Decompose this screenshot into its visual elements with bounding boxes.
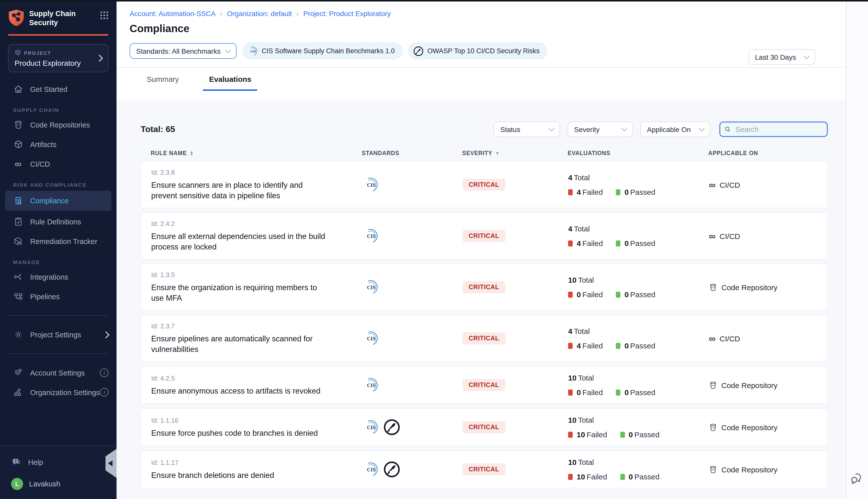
collapse-arrow-icon — [108, 460, 112, 466]
sidebar-item-rule-definitions[interactable]: Rule Definitions — [0, 212, 117, 231]
project-label: PROJECT — [24, 50, 51, 56]
breadcrumb-project[interactable]: Project: Product Exploratory — [303, 10, 391, 17]
table-row[interactable]: Id: 2.3.8 Ensure scanners are in place t… — [141, 161, 828, 208]
cis-icon: CIS — [247, 46, 258, 57]
cis-icon: CIS — [362, 228, 379, 244]
failed-indicator — [568, 189, 572, 195]
failed-indicator — [568, 240, 572, 246]
sidebar-item-artifacts[interactable]: Artifacts — [0, 135, 117, 154]
rule-name: Ensure the organization is requiring mem… — [151, 282, 328, 303]
severity-badge: CRITICAL — [463, 281, 505, 293]
chevron-down-icon — [699, 126, 705, 132]
sidebar-item-get-started[interactable]: Get Started — [0, 79, 117, 99]
severity-badge: CRITICAL — [463, 179, 505, 191]
table-row[interactable]: Id: 2.3.7 Ensure pipelines are automatic… — [141, 315, 828, 362]
standard-chip-owasp[interactable]: OWASP Top 10 CI/CD Security Risks — [408, 43, 547, 59]
clipboard-check-icon — [13, 217, 23, 227]
rule-id: Id: 1.1.16 — [151, 416, 362, 424]
app-window: Supply Chain Security — [0, 0, 868, 499]
sidebar-item-compliance[interactable]: Compliance — [5, 191, 111, 211]
compliance-doc-icon — [13, 196, 23, 206]
column-rule-name[interactable]: RULE NAME ▲▼ — [151, 150, 362, 156]
sidebar-item-label: Remediation Tracker — [30, 237, 108, 245]
passed-indicator — [616, 343, 620, 349]
cis-icon: CIS — [362, 330, 379, 347]
right-gutter — [846, 1, 868, 499]
severity-badge: CRITICAL — [463, 230, 505, 242]
svg-text:CIS: CIS — [367, 382, 375, 388]
window-top-edge — [0, 0, 868, 1]
user-menu[interactable]: L Lavakush — [0, 474, 117, 494]
failed-indicator — [568, 291, 572, 297]
svg-text:CIS: CIS — [367, 467, 375, 472]
standards-dropdown[interactable]: Standards: All Benchmarks — [130, 43, 237, 59]
passed-indicator — [616, 291, 620, 297]
standard-chip-cis[interactable]: CIS CIS Software Supply Chain Benchmarks… — [243, 43, 402, 59]
svg-text:CIS: CIS — [367, 233, 375, 239]
breadcrumb-organization[interactable]: Organization: default — [227, 10, 292, 17]
section-supply-chain: SUPPLY CHAIN — [0, 99, 117, 115]
chevron-down-icon — [804, 53, 810, 59]
sidebar-item-project-settings[interactable]: Project Settings — [0, 325, 117, 344]
table-row[interactable]: Id: 1.1.16 Ensure force pushes code to b… — [141, 408, 828, 446]
svg-text:CIS: CIS — [250, 49, 256, 53]
sort-icon: ▲▼ — [190, 150, 194, 156]
date-range-dropdown[interactable]: Last 30 Days — [748, 49, 815, 65]
sidebar-item-integrations[interactable]: Integrations — [0, 267, 117, 287]
applicable-on-filter-dropdown[interactable]: Applicable On — [640, 121, 710, 137]
search-input[interactable] — [734, 125, 823, 134]
status-filter-dropdown[interactable]: Status — [494, 121, 560, 137]
chevron-down-icon — [225, 47, 231, 53]
sidebar-item-remediation-tracker[interactable]: Remediation Tracker — [0, 231, 117, 251]
owasp-icon — [413, 46, 424, 57]
severity-badge: CRITICAL — [463, 463, 505, 475]
passed-indicator — [620, 431, 625, 438]
sidebar-item-label: Artifacts — [30, 140, 108, 148]
app-logo-shield-icon — [8, 9, 25, 28]
project-name: Product Exploratory — [14, 59, 97, 67]
column-severity[interactable]: SEVERITY ▼ — [462, 150, 563, 156]
severity-filter-dropdown[interactable]: Severity — [568, 121, 633, 137]
code-repository-icon — [709, 423, 717, 432]
failed-indicator — [568, 343, 572, 349]
sidebar: Supply Chain Security — [0, 0, 117, 499]
sidebar-item-cicd[interactable]: ∞ CI/CD — [0, 154, 117, 174]
table-header: RULE NAME ▲▼ STANDARDS SEVERITY ▼ EVALUA… — [141, 150, 828, 156]
cube-icon — [14, 49, 24, 57]
sidebar-item-code-repositories[interactable]: Code Repositories — [0, 115, 117, 135]
avatar: L — [11, 478, 23, 490]
sidebar-item-help[interactable]: ? Help — [0, 452, 117, 472]
search-box[interactable] — [719, 121, 828, 137]
project-selector[interactable]: PROJECT Product Exploratory — [8, 44, 108, 72]
rule-name: Ensure force pushes code to branches is … — [151, 427, 328, 438]
rule-id: Id: 2.3.8 — [151, 169, 362, 176]
app-title: Supply Chain Security — [29, 9, 98, 27]
org-chart-gear-icon — [13, 387, 23, 397]
rule-id: Id: 1.3.5 — [151, 271, 362, 279]
support-chat-icon[interactable] — [849, 471, 864, 488]
pipelines-icon — [13, 291, 23, 302]
sidebar-item-organization-settings[interactable]: Organization Settings i — [0, 382, 117, 402]
code-repository-icon — [709, 380, 717, 390]
sidebar-item-account-settings[interactable]: Account Settings i — [0, 363, 117, 382]
sidebar-item-label: Get Started — [30, 85, 108, 93]
svg-text:?: ? — [14, 459, 16, 463]
sidebar-item-label: Help — [28, 458, 108, 466]
chevron-right-icon — [103, 331, 109, 338]
evaluations-panel: Total: 65 Status Severity Applicable On — [117, 99, 846, 499]
tab-evaluations[interactable]: Evaluations — [203, 68, 257, 91]
table-row[interactable]: Id: 2.4.2 Ensure all external dependenci… — [141, 212, 828, 259]
sidebar-divider — [8, 353, 108, 354]
sidebar-item-pipelines[interactable]: Pipelines — [0, 287, 117, 306]
info-icon[interactable]: i — [100, 368, 108, 377]
app-grid-icon[interactable] — [100, 11, 108, 22]
table-row[interactable]: Id: 1.1.17 Ensure branch deletions are d… — [141, 450, 828, 488]
cis-icon: CIS — [362, 377, 379, 393]
breadcrumb-account[interactable]: Account: Automation-SSCA — [130, 10, 216, 17]
info-icon[interactable]: i — [100, 388, 108, 397]
tab-summary[interactable]: Summary — [146, 68, 180, 91]
cis-icon: CIS — [362, 461, 379, 478]
cis-icon: CIS — [362, 419, 379, 436]
table-row[interactable]: Id: 1.3.5 Ensure the organization is req… — [141, 264, 828, 311]
table-row[interactable]: Id: 4.2.5 Ensure anonymous access to art… — [141, 366, 828, 404]
